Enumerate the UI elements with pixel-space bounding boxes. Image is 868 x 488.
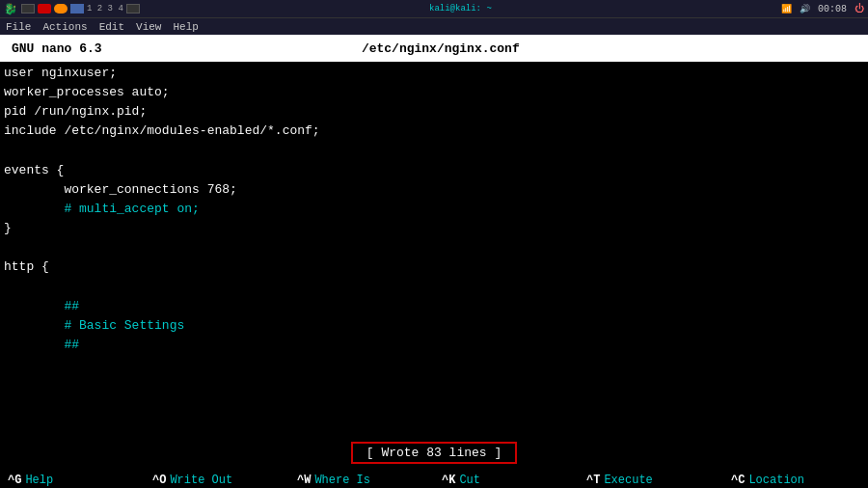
desc-writeout: Write Out <box>170 474 232 487</box>
kali-dragon-icon[interactable]: 🐉 <box>4 3 17 15</box>
editor-line-7: worker_connections 768; <box>4 180 864 200</box>
taskbar-icons: 1 2 3 4 <box>21 4 140 14</box>
editor-line-9: } <box>4 219 864 238</box>
desc-cut: Cut <box>459 474 480 487</box>
key-writeout: ^O <box>152 474 166 487</box>
app-icon-3[interactable] <box>54 4 68 14</box>
editor-line-1: user nginxuser; <box>4 64 864 83</box>
desc-help: Help <box>25 474 53 487</box>
app-name: GNU nano 6.3 <box>12 41 102 56</box>
editor-line-5 <box>4 142 864 161</box>
key-execute: ^T <box>586 474 600 487</box>
shortcut-col-2: ^O Write Out ^R Read File <box>145 467 289 488</box>
app-icon-2[interactable] <box>38 4 51 14</box>
status-bar: [ Wrote 83 lines ] <box>0 438 868 467</box>
shortcut-col-6: ^C Location ^/ Go To Line <box>723 467 868 488</box>
volume-icon: 🔊 <box>800 4 810 14</box>
menu-file[interactable]: File <box>6 21 31 33</box>
menu-bar: File Actions Edit View Help <box>0 17 868 35</box>
desc-execute: Execute <box>604 474 652 487</box>
shortcut-location: ^C Location <box>731 474 868 487</box>
title-bar: GNU nano 6.3 /etc/nginx/nginx.conf <box>0 35 868 62</box>
key-location: ^C <box>731 474 745 487</box>
editor-line-2: worker_processes auto; <box>4 83 864 102</box>
editor-line-10 <box>4 238 864 258</box>
shortcut-col-3: ^W Where Is ^\ Replace <box>289 467 434 488</box>
os-bar-center: kali@kali: ~ <box>429 4 492 14</box>
app-icon-5[interactable] <box>126 4 140 14</box>
app-icon-1[interactable] <box>21 4 35 14</box>
wrote-message: [ Wrote 83 lines ] <box>351 442 517 464</box>
key-whereis: ^W <box>297 474 311 487</box>
os-bar-left: 🐉 1 2 3 4 <box>4 3 140 15</box>
editor-line-15: ## <box>4 336 864 355</box>
shortcut-cut: ^K Cut <box>442 474 579 487</box>
shortcut-writeout: ^O Write Out <box>152 474 289 487</box>
shortcut-help: ^G Help <box>8 474 145 487</box>
editor-line-3: pid /run/nginx.pid; <box>4 102 864 122</box>
clock: 00:08 <box>818 4 847 14</box>
menu-help[interactable]: Help <box>173 21 198 33</box>
editor-line-4: include /etc/nginx/modules-enabled/*.con… <box>4 122 864 141</box>
power-icon[interactable]: ⏻ <box>854 3 864 14</box>
menu-actions[interactable]: Actions <box>42 21 87 33</box>
key-cut: ^K <box>442 474 455 487</box>
shortcut-execute: ^T Execute <box>586 474 723 487</box>
editor-line-8: # multi_accept on; <box>4 200 864 219</box>
workspace-numbers: 1 2 3 4 <box>87 4 123 14</box>
key-help: ^G <box>8 474 21 487</box>
shortcut-bar: ^G Help ^X Exit ^O Write Out ^R Read Fil… <box>0 467 868 488</box>
network-icon: 📶 <box>781 4 792 14</box>
shortcut-col-4: ^K Cut ^U Paste <box>434 467 579 488</box>
menu-edit[interactable]: Edit <box>99 21 124 33</box>
editor-line-13: ## <box>4 297 864 316</box>
desc-whereis: Where Is <box>314 474 370 487</box>
editor-line-11: http { <box>4 258 864 277</box>
filename: /etc/nginx/nginx.conf <box>362 41 520 56</box>
editor-line-12 <box>4 278 864 297</box>
desc-location: Location <box>748 474 804 487</box>
shortcut-whereis: ^W Where Is <box>297 474 434 487</box>
menu-view[interactable]: View <box>136 21 161 33</box>
os-bar-right: 📶 🔊 00:08 ⏻ <box>781 3 864 14</box>
os-bar: 🐉 1 2 3 4 kali@kali: ~ 📶 🔊 00:08 ⏻ <box>0 0 868 17</box>
editor-line-6: events { <box>4 161 864 180</box>
editor[interactable]: user nginxuser; worker_processes auto; p… <box>0 62 868 438</box>
shortcut-col-1: ^G Help ^X Exit <box>0 467 145 488</box>
shortcut-col-5: ^T Execute ^J Justify <box>579 467 723 488</box>
app-icon-4[interactable] <box>70 4 84 14</box>
editor-line-14: # Basic Settings <box>4 316 864 336</box>
